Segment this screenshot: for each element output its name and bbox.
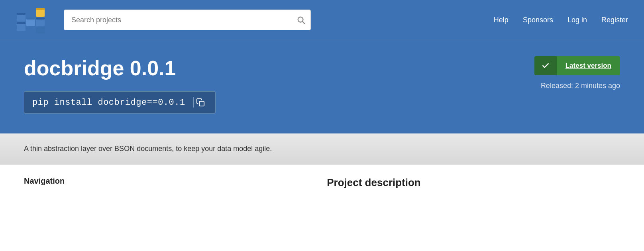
navigation-section: Navigation — [24, 176, 104, 189]
description-bar: A thin abstraction layer over BSON docum… — [0, 133, 644, 165]
site-header: Help Sponsors Log in Register — [0, 0, 644, 40]
checkmark-icon — [542, 62, 550, 70]
nav-register-link[interactable]: Register — [601, 16, 628, 24]
svg-rect-7 — [36, 8, 45, 10]
project-description-section: Project description — [128, 176, 620, 189]
search-input[interactable] — [64, 10, 311, 30]
project-description-title: Project description — [128, 176, 620, 189]
pip-command-text: pip install docbridge==0.0.1 — [32, 98, 185, 108]
latest-version-button[interactable]: Latest version — [534, 56, 620, 75]
content-area: Navigation Project description — [0, 165, 644, 201]
copy-button[interactable] — [193, 97, 207, 108]
site-logo[interactable] — [16, 4, 52, 36]
latest-version-label[interactable]: Latest version — [557, 56, 620, 75]
search-icon — [296, 16, 305, 24]
hero-right: Latest version Released: 2 minutes ago — [534, 56, 620, 90]
package-description: A thin abstraction layer over BSON docum… — [24, 145, 620, 153]
pypi-logo-icon — [16, 4, 52, 36]
copy-icon — [196, 98, 205, 107]
released-text: Released: 2 minutes ago — [541, 82, 620, 90]
search-button[interactable] — [296, 16, 305, 24]
check-icon-wrapper — [534, 56, 557, 75]
svg-rect-9 — [36, 18, 45, 20]
svg-rect-5 — [26, 18, 35, 20]
nav-sponsors-link[interactable]: Sponsors — [523, 16, 553, 24]
pip-command-box: pip install docbridge==0.0.1 — [24, 91, 216, 114]
navigation-title: Navigation — [24, 176, 104, 186]
svg-line-12 — [302, 22, 304, 24]
svg-rect-1 — [17, 22, 26, 24]
svg-rect-10 — [36, 27, 45, 33]
svg-rect-13 — [199, 101, 204, 106]
package-title: docbridge 0.0.1 — [24, 56, 518, 80]
svg-rect-3 — [17, 13, 26, 15]
nav-login-link[interactable]: Log in — [567, 16, 587, 24]
hero-left: docbridge 0.0.1 pip install docbridge==0… — [24, 56, 518, 114]
search-container — [64, 10, 311, 30]
header-nav: Help Sponsors Log in Register — [494, 16, 628, 24]
hero-banner: docbridge 0.0.1 pip install docbridge==0… — [0, 40, 644, 133]
nav-help-link[interactable]: Help — [494, 16, 509, 24]
